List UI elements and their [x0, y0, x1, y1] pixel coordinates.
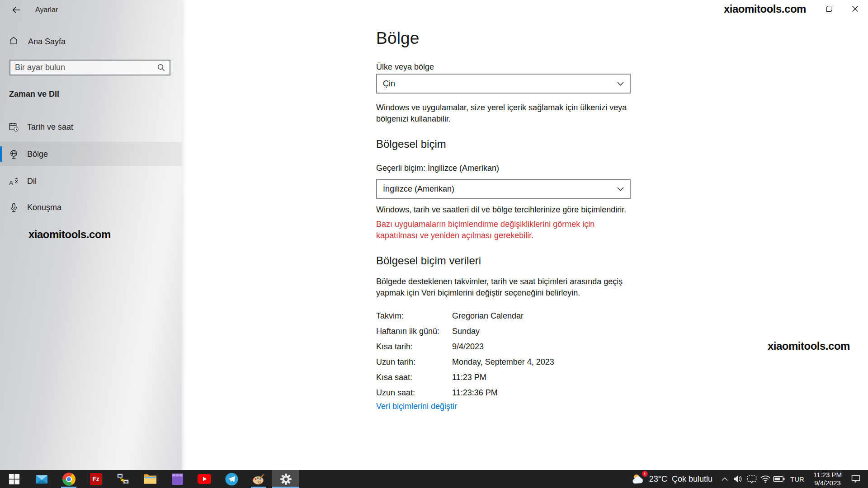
format-data-description: Bölgede desteklenen takvimler, tarih ve …: [376, 276, 623, 299]
row-value: 11:23:36 PM: [452, 388, 498, 398]
close-icon: [852, 5, 859, 12]
window-title: Ayarlar: [35, 6, 58, 14]
close-window-button[interactable]: [842, 0, 868, 17]
table-row: Takvim: Gregorian Calendar: [376, 311, 554, 321]
tray-volume-icon[interactable]: [731, 470, 745, 488]
settings-gear-icon: [280, 473, 292, 485]
table-row: Haftanın ilk günü: Sunday: [376, 327, 554, 336]
tray-cast-icon[interactable]: [745, 470, 759, 488]
table-row: Kısa tarih: 9/4/2023: [376, 342, 554, 352]
weather-temp: 23°C: [649, 474, 667, 483]
tray-clock[interactable]: 11:23 PM 9/4/2023: [813, 471, 842, 487]
chrome-icon: [62, 473, 75, 486]
taskbar-app-filezilla[interactable]: Fz: [82, 470, 109, 488]
row-label: Uzun tarih:: [376, 357, 452, 367]
change-data-formats-link[interactable]: Veri biçimlerini değiştir: [376, 402, 457, 411]
table-row: Uzun saat: 11:23:36 PM: [376, 388, 554, 398]
row-label: Haftanın ilk günü:: [376, 327, 452, 336]
row-value: 9/4/2023: [452, 342, 484, 352]
row-value: 11:23 PM: [452, 373, 486, 382]
telegram-icon: [225, 473, 238, 486]
taskbar-app-remote-link[interactable]: [109, 470, 137, 488]
taskbar-app-settings[interactable]: [272, 470, 299, 488]
restart-warning-text: Bazı uygulamaların biçimlendirme değişik…: [376, 219, 594, 241]
tray-battery-icon[interactable]: [772, 470, 786, 488]
format-data-table: Takvim: Gregorian Calendar Haftanın ilk …: [376, 311, 554, 404]
microphone-icon: [9, 202, 19, 213]
row-value: Monday, September 4, 2023: [452, 357, 554, 367]
regional-format-description: Windows, tarih ve saatleri dil ve bölge …: [376, 204, 626, 216]
current-format-label: Geçerli biçim: İngilizce (Amerikan): [376, 164, 499, 173]
regional-format-heading: Bölgesel biçim: [376, 138, 446, 150]
back-button[interactable]: [6, 3, 26, 17]
sidebar-item-region[interactable]: Bölge: [0, 142, 182, 166]
paint-icon: [252, 473, 265, 485]
sidebar-item-home[interactable]: Ana Sayfa: [0, 33, 182, 51]
start-button[interactable]: [0, 470, 28, 488]
file-explorer-icon: [143, 473, 157, 485]
taskbar-app-telegram[interactable]: [218, 470, 245, 488]
mail-icon: [35, 473, 48, 486]
sidebar-section-label: Zaman ve Dil: [9, 89, 59, 99]
country-label: Ülke veya bölge: [376, 62, 434, 72]
search-icon: [157, 63, 165, 72]
windows-logo-icon: [9, 474, 20, 485]
country-dropdown[interactable]: Çin: [376, 74, 631, 94]
row-label: Kısa saat:: [376, 373, 452, 382]
svg-text:A: A: [9, 179, 13, 186]
country-description: Windows ve uygulamalar, size yerel içeri…: [376, 102, 627, 125]
row-label: Uzun saat:: [376, 388, 452, 398]
globe-icon: [9, 149, 19, 160]
remote-link-icon: [117, 473, 129, 485]
row-value: Sunday: [452, 327, 480, 336]
sidebar-item-date-time[interactable]: Tarih ve saat: [0, 115, 182, 139]
taskbar: Fz 1 23°C Çok b: [0, 470, 868, 488]
sidebar-item-label: Dil: [27, 177, 37, 186]
chevron-down-icon: [617, 82, 624, 86]
watermark-sidebar: xiaomitools.com: [28, 228, 111, 241]
main-content: Bölge Ülke veya bölge Çin Windows ve uyg…: [182, 0, 868, 470]
sidebar-item-label: Tarih ve saat: [27, 122, 73, 132]
table-row: Kısa saat: 11:23 PM: [376, 373, 554, 382]
settings-window: Bölge Ülke veya bölge Çin Windows ve uyg…: [0, 0, 868, 488]
sidebar-item-label: Bölge: [27, 150, 48, 159]
restore-icon: [826, 5, 833, 12]
row-label: Kısa tarih:: [376, 342, 452, 352]
back-arrow-icon: [11, 5, 21, 15]
taskbar-app-movies-tv[interactable]: [164, 470, 191, 488]
youtube-icon: [198, 474, 211, 484]
taskbar-weather-widget[interactable]: 1 23°C Çok bulutlu: [626, 470, 718, 488]
sidebar-item-language[interactable]: A Dil: [0, 169, 182, 193]
regional-format-dropdown-value: İngilizce (Amerikan): [383, 184, 454, 194]
taskbar-app-file-explorer[interactable]: [137, 470, 164, 488]
taskbar-app-mail[interactable]: [28, 470, 55, 488]
chevron-down-icon: [617, 187, 624, 191]
taskbar-app-chrome[interactable]: [55, 470, 82, 488]
weather-condition: Çok bulutlu: [672, 474, 712, 483]
sidebar-item-speech[interactable]: Konuşma: [0, 195, 182, 220]
country-dropdown-value: Çin: [383, 79, 395, 89]
regional-format-dropdown[interactable]: İngilizce (Amerikan): [376, 179, 631, 199]
taskbar-app-paint[interactable]: [245, 470, 272, 488]
sidebar-home-label: Ana Sayfa: [28, 37, 66, 47]
tray-chevron-up-icon[interactable]: [718, 470, 731, 488]
sidebar-item-label: Konuşma: [27, 203, 61, 212]
tray-wifi-icon[interactable]: [759, 470, 772, 488]
format-data-heading: Bölgesel biçim verileri: [376, 254, 481, 267]
weather-cloud-icon: 1: [632, 472, 645, 486]
filezilla-icon: Fz: [90, 473, 102, 485]
settings-search-box[interactable]: [9, 60, 170, 75]
home-icon: [9, 36, 19, 48]
table-row: Uzun tarih: Monday, September 4, 2023: [376, 357, 554, 367]
watermark-top: xiaomitools.com: [724, 3, 806, 15]
weather-badge: 1: [642, 471, 648, 477]
action-center-icon[interactable]: [849, 470, 863, 488]
language-icon: A: [9, 176, 19, 187]
page-title: Bölge: [376, 29, 420, 48]
movies-tv-icon: [171, 473, 184, 485]
search-input[interactable]: [10, 63, 157, 72]
taskbar-app-youtube[interactable]: [191, 470, 218, 488]
tray-language-indicator[interactable]: TUR: [790, 475, 804, 483]
system-tray: 1 23°C Çok bulutlu TUR 11:23 PM 9/4/2023: [626, 470, 868, 488]
restore-window-button[interactable]: [816, 0, 842, 17]
